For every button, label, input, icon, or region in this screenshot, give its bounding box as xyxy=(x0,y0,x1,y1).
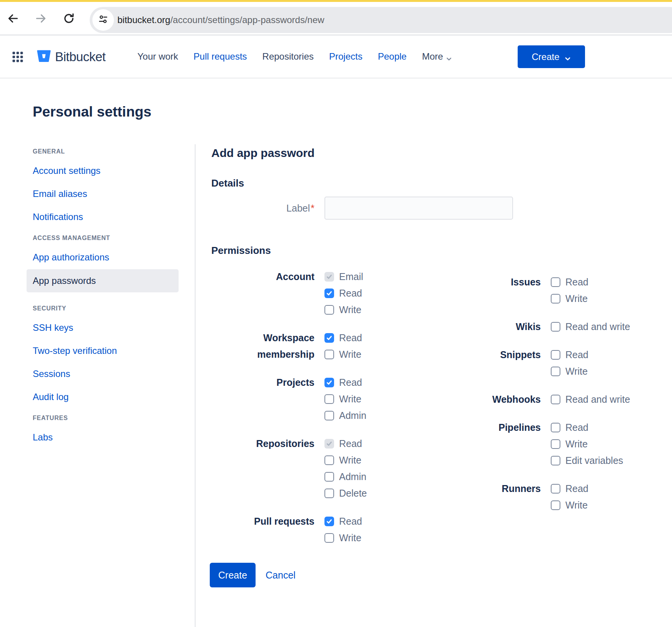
checkbox-unchecked[interactable] xyxy=(551,484,560,494)
label-input[interactable] xyxy=(324,197,513,220)
create-menu-button[interactable]: Create xyxy=(518,45,585,68)
permission-option-write[interactable]: Write xyxy=(551,363,588,380)
permission-option-label: Write xyxy=(339,349,361,360)
sidebar-item-email-aliases[interactable]: Email aliases xyxy=(33,188,185,199)
permission-option-write[interactable]: Write xyxy=(324,452,367,469)
permission-group-pull-requests: Pull requestsReadWrite xyxy=(211,513,442,546)
permission-option-label: Write xyxy=(565,366,588,377)
checkbox-unchecked[interactable] xyxy=(324,305,334,315)
permission-option-admin[interactable]: Admin xyxy=(324,407,366,424)
url-bar[interactable]: bitbucket.org/account/settings/app-passw… xyxy=(90,7,672,33)
nav-item-more[interactable]: More xyxy=(422,51,452,62)
details-heading: Details xyxy=(211,177,244,189)
checkbox-disabled-checked xyxy=(324,439,334,449)
checkbox-unchecked[interactable] xyxy=(324,472,334,482)
checkbox-unchecked[interactable] xyxy=(551,350,560,360)
permission-option-write[interactable]: Write xyxy=(324,391,366,407)
create-button[interactable]: Create xyxy=(210,563,256,587)
permission-option-write[interactable]: Write xyxy=(551,436,623,452)
checkbox-unchecked[interactable] xyxy=(324,394,334,404)
checkbox-unchecked[interactable] xyxy=(551,456,560,465)
permission-option-read[interactable]: Read xyxy=(324,435,367,452)
site-info-button[interactable] xyxy=(92,9,114,31)
checkbox-unchecked[interactable] xyxy=(551,367,560,376)
checkbox-unchecked[interactable] xyxy=(551,322,560,332)
page-title: Personal settings xyxy=(33,104,151,120)
bitbucket-bucket-icon xyxy=(35,48,52,66)
permission-options: Read and write xyxy=(551,319,630,335)
form-actions: Create Cancel xyxy=(210,563,296,587)
checkbox-unchecked[interactable] xyxy=(551,439,560,449)
bitbucket-logo[interactable]: Bitbucket xyxy=(35,48,105,66)
nav-item-pull-requests[interactable]: Pull requests xyxy=(194,51,247,62)
back-button[interactable] xyxy=(5,11,21,27)
nav-item-people[interactable]: People xyxy=(378,51,407,62)
permission-option-read[interactable]: Read xyxy=(551,274,588,290)
url-text: bitbucket.org/account/settings/app-passw… xyxy=(117,7,324,33)
permission-option-write[interactable]: Write xyxy=(324,530,362,546)
nav-item-projects[interactable]: Projects xyxy=(329,51,363,62)
app-switcher-button[interactable] xyxy=(11,50,25,64)
sidebar-item-two-step-verification[interactable]: Two-step verification xyxy=(33,345,185,356)
permission-group-name: Account xyxy=(211,268,314,318)
permission-option-read[interactable]: Read xyxy=(551,480,588,497)
checkbox-unchecked[interactable] xyxy=(324,533,334,543)
permission-option-edit-variables[interactable]: Edit variables xyxy=(551,452,623,469)
checkbox-unchecked[interactable] xyxy=(324,489,334,498)
sidebar-section-heading: GENERAL xyxy=(33,148,185,156)
permission-option-label: Write xyxy=(339,304,361,315)
permission-option-write[interactable]: Write xyxy=(551,497,588,514)
permission-option-write[interactable]: Write xyxy=(324,302,363,318)
permission-option-read[interactable]: Read xyxy=(324,513,362,530)
chevron-down-icon xyxy=(564,54,571,61)
permission-option-label: Edit variables xyxy=(565,455,623,466)
nav-item-repositories[interactable]: Repositories xyxy=(262,51,314,62)
sidebar-item-app-passwords[interactable]: App passwords xyxy=(27,269,179,292)
permission-option-read[interactable]: Read xyxy=(551,347,588,363)
sidebar-item-app-authorizations[interactable]: App authorizations xyxy=(33,252,185,262)
checkbox-checked[interactable] xyxy=(324,517,334,526)
checkbox-unchecked[interactable] xyxy=(551,294,560,303)
content-divider xyxy=(195,144,196,627)
permission-option-write[interactable]: Write xyxy=(324,346,362,363)
sidebar-item-ssh-keys[interactable]: SSH keys xyxy=(33,322,185,333)
checkbox-checked[interactable] xyxy=(324,333,334,343)
sidebar-item-labs[interactable]: Labs xyxy=(33,432,185,442)
checkbox-unchecked[interactable] xyxy=(551,395,560,404)
permission-option-read-and-write[interactable]: Read and write xyxy=(551,391,630,408)
permissions-column-left: AccountEmailReadWriteWorkspace membershi… xyxy=(211,268,442,558)
form-title: Add app password xyxy=(211,147,314,160)
checkbox-unchecked[interactable] xyxy=(551,423,560,432)
sidebar-section-heading: SECURITY xyxy=(33,305,185,313)
checkbox-unchecked[interactable] xyxy=(324,411,334,420)
checkbox-unchecked[interactable] xyxy=(324,455,334,465)
permission-options: ReadWrite xyxy=(324,330,362,363)
permission-option-read[interactable]: Read xyxy=(324,330,362,346)
permission-group-name: Issues xyxy=(438,274,541,307)
permission-option-read[interactable]: Read xyxy=(324,285,363,302)
permission-option-read-and-write[interactable]: Read and write xyxy=(551,319,630,335)
permission-option-email[interactable]: Email xyxy=(324,268,363,285)
permission-group-name: Pipelines xyxy=(438,419,541,469)
sidebar-item-account-settings[interactable]: Account settings xyxy=(33,165,185,176)
permission-option-read[interactable]: Read xyxy=(551,419,623,436)
permission-group-workspace-membership: Workspace membershipReadWrite xyxy=(211,330,442,363)
permission-option-write[interactable]: Write xyxy=(551,290,588,307)
nav-item-your-work[interactable]: Your work xyxy=(137,51,178,62)
chevron-down-icon xyxy=(446,54,452,60)
nav-item-label: Pull requests xyxy=(194,51,247,62)
checkbox-checked[interactable] xyxy=(324,288,334,298)
sidebar-item-notifications[interactable]: Notifications xyxy=(33,212,185,222)
checkbox-unchecked[interactable] xyxy=(551,277,560,287)
permission-option-admin[interactable]: Admin xyxy=(324,469,367,485)
cancel-link[interactable]: Cancel xyxy=(266,570,296,581)
sidebar-item-sessions[interactable]: Sessions xyxy=(33,369,185,379)
forward-button[interactable] xyxy=(33,11,48,27)
permission-option-read[interactable]: Read xyxy=(324,374,366,391)
sidebar-item-audit-log[interactable]: Audit log xyxy=(33,392,185,402)
reload-button[interactable] xyxy=(61,11,77,27)
checkbox-unchecked[interactable] xyxy=(551,500,560,510)
permission-option-delete[interactable]: Delete xyxy=(324,485,367,502)
checkbox-checked[interactable] xyxy=(324,378,334,387)
checkbox-unchecked[interactable] xyxy=(324,350,334,359)
